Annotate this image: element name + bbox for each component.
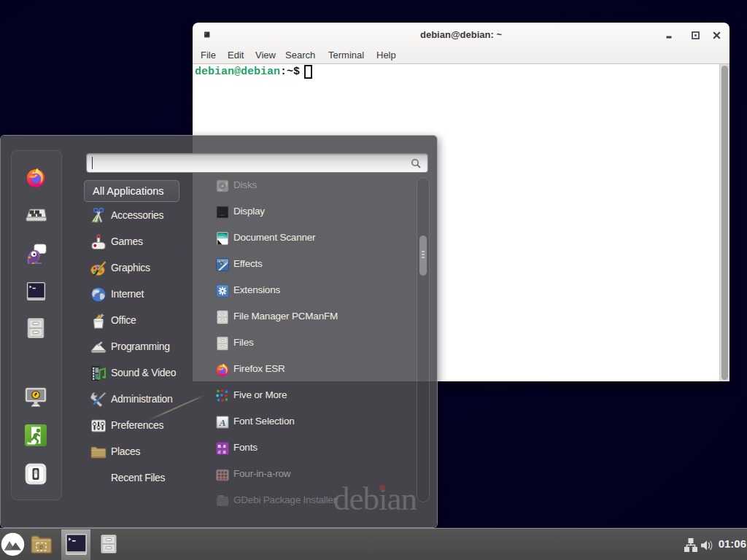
svg-text:A: A <box>219 417 226 428</box>
svg-text:D: D <box>39 544 43 551</box>
svg-text:a: a <box>218 448 221 455</box>
svg-text:a: a <box>222 449 226 455</box>
